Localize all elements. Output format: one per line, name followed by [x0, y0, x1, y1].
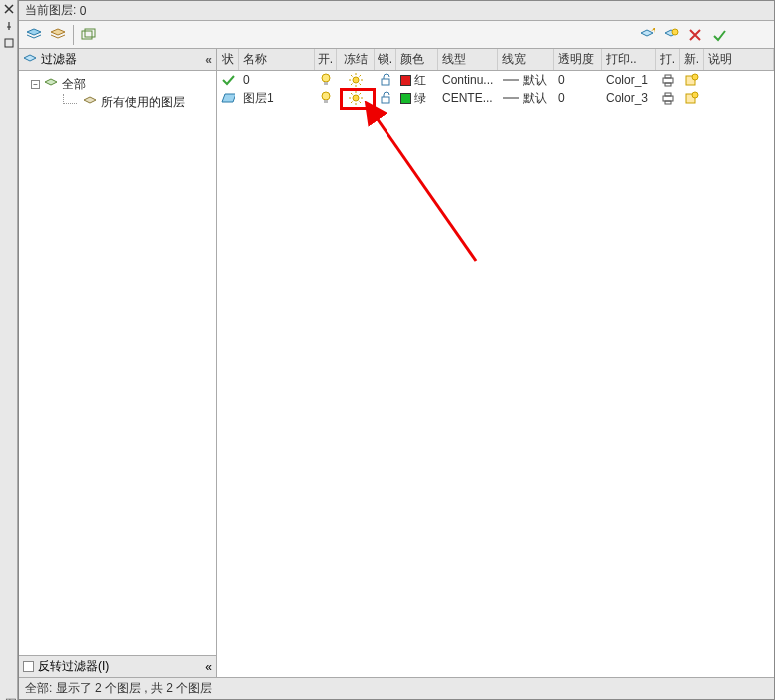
- svg-rect-2: [85, 29, 95, 37]
- table-row[interactable]: 0红Continu... 默认0Color_1: [217, 71, 774, 89]
- bulb-icon[interactable]: [315, 91, 337, 105]
- delete-layer-icon[interactable]: [686, 26, 704, 44]
- tree-child[interactable]: 所有使用的图层: [25, 93, 210, 111]
- title-strip: 当前图层: 0: [19, 1, 774, 21]
- printer-icon[interactable]: [656, 91, 680, 105]
- newvp-icon[interactable]: [680, 73, 704, 87]
- freeze-layer-icon[interactable]: [662, 26, 680, 44]
- expander-icon[interactable]: −: [31, 80, 40, 89]
- plotstyle-cell[interactable]: Color_1: [602, 73, 656, 87]
- layer-grid: 状 名称 开. 冻结 锁. 颜色 线型 线宽 透明度 打印.. 打. 新. 说明…: [217, 49, 774, 677]
- col-lineweight[interactable]: 线宽: [498, 49, 554, 70]
- svg-rect-34: [382, 97, 389, 103]
- svg-line-15: [351, 84, 353, 86]
- table-row[interactable]: 图层1绿CENTE... 默认0Color_3: [217, 89, 774, 107]
- col-plotstyle[interactable]: 打印..: [602, 49, 656, 70]
- svg-line-30: [351, 93, 353, 95]
- col-transparency[interactable]: 透明度: [554, 49, 602, 70]
- svg-line-31: [360, 102, 362, 104]
- transparency-cell[interactable]: 0: [554, 73, 602, 87]
- col-on[interactable]: 开.: [315, 49, 337, 70]
- menu-icon[interactable]: [1, 35, 17, 51]
- tree-root-label: 全部: [62, 76, 86, 93]
- svg-line-13: [360, 84, 362, 86]
- status-bar-text: 全部: 显示了 2 个图层 , 共 2 个图层: [25, 680, 212, 697]
- new-layer-icon[interactable]: ✶: [638, 26, 656, 44]
- main-panel: 当前图层: 0 ✶ 过滤器 « −: [18, 0, 775, 700]
- svg-point-22: [692, 74, 698, 80]
- svg-rect-19: [665, 75, 671, 78]
- svg-point-7: [353, 77, 359, 83]
- linetype-cell[interactable]: Continu...: [438, 73, 498, 87]
- svg-point-25: [353, 95, 359, 101]
- tree-child-label: 所有使用的图层: [101, 94, 185, 111]
- current-layer-value: 0: [80, 4, 87, 18]
- filter-tree: − 全部 所有使用的图层: [19, 71, 216, 655]
- panel-title-vertical: 图层特性管理器: [2, 689, 19, 696]
- filter-sidebar: 过滤器 « − 全部 所有使用的图层 反转过滤器(I) «: [19, 49, 217, 677]
- tree-root[interactable]: − 全部: [25, 75, 210, 93]
- svg-rect-38: [665, 101, 671, 104]
- svg-rect-20: [665, 83, 671, 86]
- layer-states-icon[interactable]: [49, 26, 67, 44]
- left-rail: 图层特性管理器: [0, 0, 18, 700]
- sidebar-collapse-button[interactable]: «: [205, 53, 212, 67]
- color-cell[interactable]: 红: [396, 72, 438, 89]
- filter-icon: [23, 54, 37, 66]
- close-icon[interactable]: [1, 1, 17, 17]
- lineweight-cell[interactable]: 默认: [498, 90, 554, 107]
- filter-header: 过滤器 «: [19, 49, 216, 71]
- apply-icon[interactable]: [710, 26, 728, 44]
- col-freeze[interactable]: 冻结: [337, 49, 375, 70]
- transparency-cell[interactable]: 0: [554, 91, 602, 105]
- sun-icon[interactable]: [337, 91, 375, 105]
- col-status[interactable]: 状: [217, 49, 239, 70]
- svg-rect-37: [665, 93, 671, 96]
- lock-icon[interactable]: [375, 91, 396, 105]
- pin-icon[interactable]: [1, 18, 17, 34]
- svg-rect-0: [5, 39, 13, 47]
- linetype-cell[interactable]: CENTE...: [438, 91, 498, 105]
- layers-used-icon: [83, 96, 97, 108]
- layer-group-icon[interactable]: [80, 26, 98, 44]
- svg-point-4: [672, 29, 678, 35]
- svg-point-5: [322, 74, 330, 82]
- layers-icon[interactable]: [25, 26, 43, 44]
- status-icon: [217, 92, 239, 104]
- plotstyle-cell[interactable]: Color_3: [602, 91, 656, 105]
- col-name[interactable]: 名称: [239, 49, 315, 70]
- col-plot[interactable]: 打.: [656, 49, 680, 70]
- layer-name[interactable]: 图层1: [239, 90, 315, 107]
- toolbar: ✶: [19, 21, 774, 49]
- svg-rect-1: [82, 31, 92, 39]
- col-lock[interactable]: 锁.: [375, 49, 396, 70]
- col-linetype[interactable]: 线型: [438, 49, 498, 70]
- filter-header-label: 过滤器: [41, 51, 77, 68]
- newvp-icon[interactable]: [680, 91, 704, 105]
- invert-filter-checkbox[interactable]: [23, 661, 34, 672]
- bulb-icon[interactable]: [315, 73, 337, 87]
- col-newvp[interactable]: 新.: [680, 49, 704, 70]
- svg-line-41: [375, 115, 476, 261]
- sun-icon[interactable]: [337, 73, 375, 87]
- status-icon: [217, 73, 239, 87]
- lineweight-cell[interactable]: 默认: [498, 72, 554, 89]
- svg-point-40: [692, 92, 698, 98]
- sidebar-footer-collapse[interactable]: «: [205, 660, 212, 674]
- printer-icon[interactable]: [656, 73, 680, 87]
- layer-name[interactable]: 0: [239, 73, 315, 87]
- color-cell[interactable]: 绿: [396, 90, 438, 107]
- current-layer-label: 当前图层:: [25, 2, 76, 19]
- lock-icon[interactable]: [375, 73, 396, 87]
- grid-header: 状 名称 开. 冻结 锁. 颜色 线型 线宽 透明度 打印.. 打. 新. 说明: [217, 49, 774, 71]
- svg-point-23: [322, 92, 330, 100]
- col-description[interactable]: 说明: [704, 49, 774, 70]
- grid-body: 0红Continu... 默认0Color_1图层1绿CENTE... 默认0C…: [217, 71, 774, 677]
- svg-rect-24: [324, 100, 328, 103]
- col-color[interactable]: 颜色: [396, 49, 438, 70]
- svg-rect-16: [382, 79, 389, 85]
- annotation-arrow: [357, 101, 496, 281]
- svg-line-14: [360, 75, 362, 77]
- layers-stack-icon: [44, 78, 58, 90]
- svg-rect-6: [324, 82, 328, 85]
